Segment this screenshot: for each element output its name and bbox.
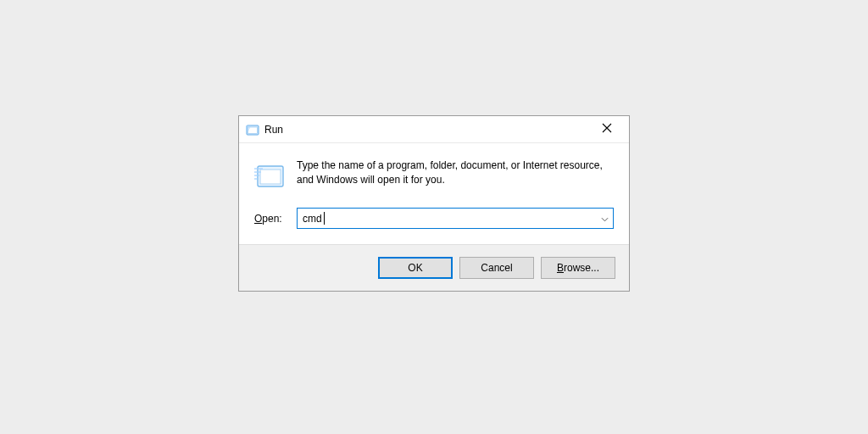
titlebar[interactable]: Run <box>239 116 629 143</box>
run-dialog: Run Type the name of a program, folder, … <box>238 115 630 292</box>
open-label: Open: <box>254 213 287 225</box>
text-caret <box>324 212 325 225</box>
cancel-button[interactable]: Cancel <box>459 257 534 279</box>
close-icon <box>602 123 612 136</box>
close-button[interactable] <box>590 118 624 142</box>
open-row: Open: <box>254 208 614 229</box>
window-title: Run <box>264 124 590 136</box>
description-row: Type the name of a program, folder, docu… <box>254 159 614 191</box>
chevron-down-icon <box>601 213 609 225</box>
combobox-dropdown-button[interactable] <box>596 209 613 228</box>
run-icon <box>246 123 259 136</box>
dialog-body: Type the name of a program, folder, docu… <box>239 143 629 244</box>
dialog-footer: OK Cancel Browse... <box>239 244 629 291</box>
browse-button[interactable]: Browse... <box>541 257 615 279</box>
open-combobox[interactable] <box>297 208 614 229</box>
svg-rect-3 <box>260 170 281 184</box>
ok-button[interactable]: OK <box>378 257 453 279</box>
run-large-icon <box>254 160 285 191</box>
description-text: Type the name of a program, folder, docu… <box>297 159 614 191</box>
open-input[interactable] <box>298 209 596 228</box>
